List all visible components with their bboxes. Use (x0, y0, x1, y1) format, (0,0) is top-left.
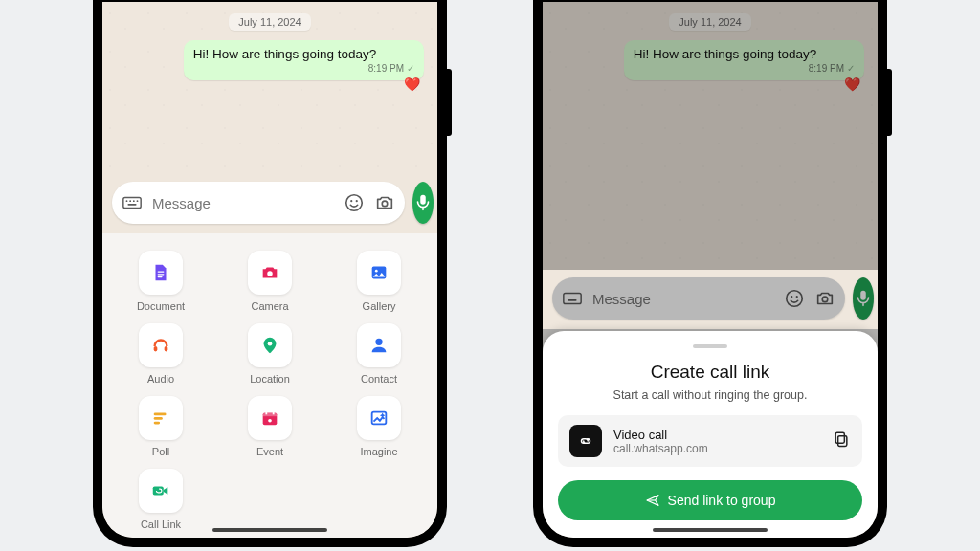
create-call-link-sheet: Create call link Start a call without ri… (543, 331, 878, 538)
attach-doc[interactable]: Document (137, 251, 185, 312)
audio-icon (139, 323, 183, 367)
composer (543, 270, 878, 329)
check-icon: ✓ (847, 63, 855, 74)
attach-imagine[interactable]: Imagine (357, 396, 401, 457)
message-bubble[interactable]: Hi! How are things going today? 8:19 PM … (184, 40, 424, 80)
svg-rect-41 (835, 432, 844, 443)
attach-location[interactable]: Location (248, 323, 292, 385)
svg-point-8 (356, 200, 358, 202)
message-input[interactable] (152, 195, 334, 211)
sheet-title: Create call link (558, 362, 862, 383)
calllink-icon (139, 469, 183, 513)
svg-rect-27 (564, 294, 581, 304)
sheet-subtitle: Start a call without ringing the group. (558, 388, 862, 402)
svg-rect-40 (838, 436, 847, 447)
attach-calllink[interactable]: Call Link (139, 469, 183, 530)
attach-label: Document (137, 300, 185, 312)
phone-right: July 11, 2024 Hi! How are things going t… (533, 0, 887, 547)
home-indicator[interactable] (653, 528, 768, 532)
svg-rect-18 (154, 417, 163, 420)
keyboard-icon (562, 288, 583, 309)
camera-icon (248, 251, 292, 295)
attach-gallery[interactable]: Gallery (357, 251, 401, 312)
svg-point-9 (382, 201, 388, 207)
svg-rect-13 (154, 346, 158, 352)
call-type-label: Video call (613, 428, 820, 442)
keyboard-icon[interactable] (122, 192, 143, 213)
location-icon (248, 323, 292, 367)
attach-label: Event (256, 446, 283, 457)
gallery-icon (357, 251, 401, 295)
drag-handle[interactable] (693, 344, 727, 348)
attach-poll[interactable]: Poll (139, 396, 183, 457)
svg-rect-21 (263, 413, 278, 417)
svg-point-12 (375, 270, 378, 273)
svg-rect-17 (154, 413, 167, 416)
check-icon: ✓ (407, 63, 414, 74)
attach-contact[interactable]: Contact (357, 323, 401, 385)
heart-reaction-icon: ❤️ (844, 77, 860, 92)
home-indicator[interactable] (212, 528, 327, 532)
svg-rect-0 (123, 198, 141, 209)
svg-rect-19 (154, 422, 160, 425)
camera-icon (814, 288, 835, 309)
date-stamp: July 11, 2024 (669, 13, 750, 31)
emoji-icon (784, 288, 805, 309)
attach-label: Camera (251, 300, 288, 312)
attach-camera[interactable]: Camera (248, 251, 292, 312)
attach-label: Call Link (141, 518, 181, 530)
attach-label: Audio (147, 373, 174, 385)
send-link-label: Send link to group (668, 493, 776, 508)
attachment-sheet: DocumentCameraGalleryAudioLocationContac… (102, 233, 437, 538)
mic-button (853, 277, 874, 320)
phone-left: July 11, 2024 Hi! How are things going t… (93, 0, 447, 547)
composer (102, 174, 437, 233)
message-time: 8:19 PM (368, 63, 404, 74)
poll-icon (139, 396, 183, 440)
chat-area: July 11, 2024 Hi! How are things going t… (543, 2, 878, 270)
svg-point-16 (375, 339, 382, 345)
svg-point-15 (268, 342, 273, 346)
call-link-url: call.whatsapp.com (613, 442, 820, 455)
chat-area: July 11, 2024 Hi! How are things going t… (102, 2, 437, 174)
svg-point-30 (791, 296, 792, 298)
svg-point-29 (787, 291, 803, 307)
attach-event[interactable]: Event (248, 396, 292, 457)
svg-point-31 (796, 296, 798, 298)
message-input (592, 291, 774, 307)
attach-label: Imagine (360, 446, 397, 457)
contact-icon (357, 323, 401, 367)
attach-audio[interactable]: Audio (139, 323, 183, 385)
imagine-icon (357, 396, 401, 440)
svg-point-32 (822, 297, 828, 302)
heart-reaction-icon[interactable]: ❤️ (404, 77, 420, 92)
message-time: 8:19 PM (809, 63, 844, 74)
svg-rect-14 (165, 346, 168, 352)
attach-label: Gallery (363, 300, 396, 312)
doc-icon (139, 251, 183, 295)
svg-point-10 (267, 271, 273, 276)
message-text: Hi! How are things going today? (634, 47, 855, 61)
link-icon (569, 425, 602, 457)
attach-label: Contact (361, 373, 397, 385)
attach-label: Poll (152, 446, 169, 457)
call-link-row[interactable]: Video call call.whatsapp.com (558, 415, 862, 467)
mic-button[interactable] (412, 182, 434, 224)
emoji-icon[interactable] (344, 192, 365, 213)
camera-icon[interactable] (374, 192, 395, 213)
svg-point-7 (350, 200, 352, 202)
message-text: Hi! How are things going today? (193, 47, 414, 61)
svg-point-24 (268, 419, 272, 423)
date-stamp: July 11, 2024 (229, 13, 310, 31)
send-link-button[interactable]: Send link to group (558, 480, 862, 520)
attach-label: Location (250, 373, 290, 385)
copy-icon[interactable] (832, 430, 851, 452)
event-icon (248, 396, 292, 440)
svg-point-6 (346, 195, 363, 211)
message-bubble: Hi! How are things going today? 8:19 PM … (624, 40, 864, 80)
